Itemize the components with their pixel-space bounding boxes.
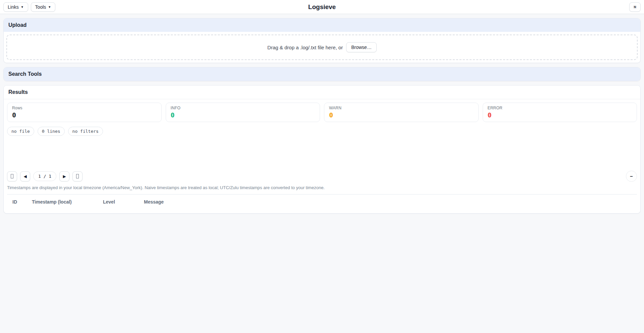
links-menu-label: Links <box>8 4 19 10</box>
results-section-header: Results <box>4 86 640 99</box>
theme-toggle-button[interactable]: ☀ <box>629 2 641 12</box>
column-header-message: Message <box>141 195 637 210</box>
chevron-down-icon: ▼ <box>48 5 51 9</box>
collapse-results-button[interactable]: − <box>626 171 637 182</box>
last-page-button[interactable] <box>72 171 83 181</box>
column-header-id: ID <box>7 195 29 210</box>
next-page-icon: ▶ <box>63 174 66 178</box>
lines-count-badge: 0 lines <box>38 127 65 136</box>
results-section: Results Rows 0 INFO 0 WARN 0 ERROR 0 no … <box>3 85 641 214</box>
status-chips-row: no file 0 lines no filters <box>7 127 637 136</box>
file-dropzone[interactable]: Drag & drop a .log/.txt file here, or Br… <box>6 35 638 60</box>
dropzone-hint-text: Drag & drop a .log/.txt file here, or <box>267 45 343 50</box>
stat-value: 0 <box>488 111 632 119</box>
stat-label: Rows <box>12 106 157 110</box>
stat-value: 0 <box>171 111 315 119</box>
stat-card-error: ERROR 0 <box>483 103 637 122</box>
pagination-bar: ◀ 1 / 1 ▶ − <box>7 171 637 182</box>
tools-menu-label: Tools <box>35 4 46 10</box>
previous-page-icon: ◀ <box>23 174 26 178</box>
page-title: Logsieve <box>0 3 644 11</box>
upload-section: Upload Drag & drop a .log/.txt file here… <box>3 18 641 63</box>
last-page-icon <box>76 174 79 178</box>
stat-card-rows: Rows 0 <box>7 103 162 122</box>
browse-button[interactable]: Browse… <box>346 42 377 52</box>
links-menu-button[interactable]: Links ▼ <box>3 2 28 12</box>
page-indicator: 1 / 1 <box>33 171 56 181</box>
stat-label: INFO <box>171 106 315 110</box>
first-page-icon <box>11 174 13 178</box>
file-status-badge: no file <box>7 127 34 136</box>
previous-page-button[interactable]: ◀ <box>20 171 30 181</box>
stat-card-info: INFO 0 <box>166 103 320 122</box>
tools-menu-button[interactable]: Tools ▼ <box>31 2 56 12</box>
log-table: ID Timestamp (local) Level Message <box>7 194 637 210</box>
top-bar: Links ▼ Tools ▼ Logsieve ☀ <box>0 0 644 14</box>
stat-card-warn: WARN 0 <box>324 103 479 122</box>
stat-label: WARN <box>329 106 474 110</box>
first-page-button[interactable] <box>7 171 17 181</box>
sun-icon: ☀ <box>633 4 637 10</box>
column-header-timestamp: Timestamp (local) <box>29 195 100 210</box>
results-empty-area <box>7 136 637 171</box>
upload-section-body: Drag & drop a .log/.txt file here, or Br… <box>4 32 640 63</box>
chevron-down-icon: ▼ <box>21 5 24 9</box>
search-tools-section: Search Tools <box>3 67 641 81</box>
stat-value: 0 <box>329 111 474 119</box>
stat-value: 0 <box>12 111 157 119</box>
timezone-note: Timestamps are displayed in your local t… <box>7 185 637 190</box>
next-page-button[interactable]: ▶ <box>59 171 69 181</box>
stats-row: Rows 0 INFO 0 WARN 0 ERROR 0 <box>7 103 637 122</box>
filters-status-badge: no filters <box>68 127 103 136</box>
stat-label: ERROR <box>488 106 632 110</box>
search-tools-section-header[interactable]: Search Tools <box>4 67 640 81</box>
results-section-body: Rows 0 INFO 0 WARN 0 ERROR 0 no file 0 l… <box>4 99 640 213</box>
upload-section-header[interactable]: Upload <box>4 18 640 32</box>
table-header-row: ID Timestamp (local) Level Message <box>7 195 637 210</box>
column-header-level: Level <box>100 195 141 210</box>
log-table-header: ID Timestamp (local) Level Message <box>7 195 637 210</box>
minus-icon: − <box>630 173 633 179</box>
